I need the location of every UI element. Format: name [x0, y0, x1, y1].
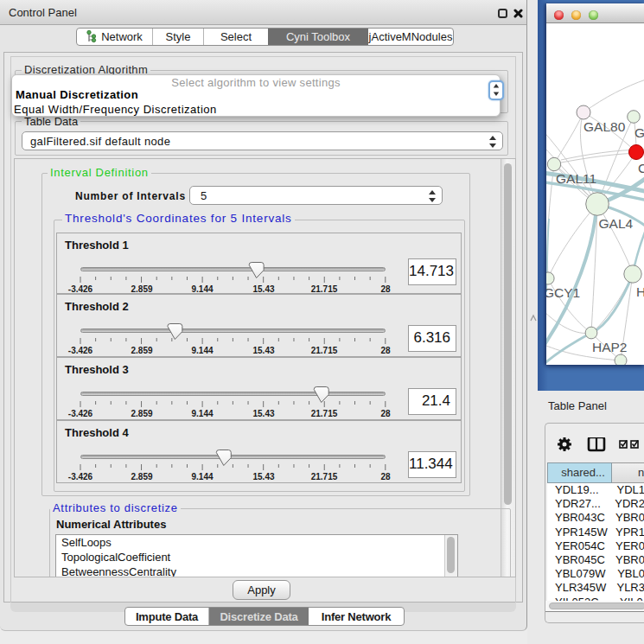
svg-text:GCY1: GCY1	[546, 285, 580, 300]
svg-text:HAP2: HAP2	[592, 340, 628, 354]
svg-text:GAL4: GAL4	[599, 216, 634, 231]
svg-text:C: C	[638, 161, 644, 175]
svg-text:H: H	[636, 284, 644, 299]
svg-text:GAL80: GAL80	[583, 119, 626, 134]
svg-text:GAL11: GAL11	[556, 171, 596, 186]
svg-text:GA: GA	[634, 125, 644, 140]
